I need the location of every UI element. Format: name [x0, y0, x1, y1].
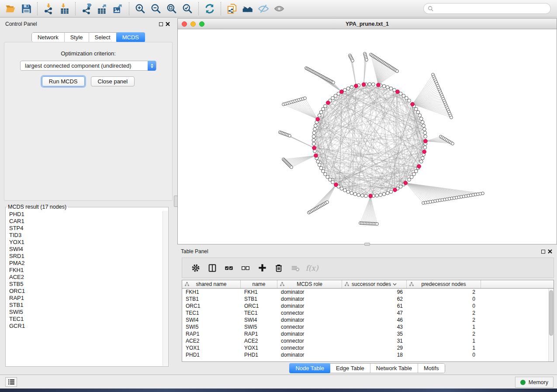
run-mcds-button[interactable]: Run MCDS [42, 76, 85, 86]
open-file-button[interactable] [3, 2, 18, 16]
close-panel-button[interactable]: Close panel [91, 76, 135, 86]
status-bar: Memory [0, 375, 557, 389]
criterion-select[interactable]: largest connected component (undirected) [20, 61, 156, 71]
table-cell: connector [277, 309, 342, 316]
toolbar-separator [37, 2, 38, 15]
table-cell: 1 [407, 337, 481, 344]
table-row[interactable]: PHD1PHD1dominator180 [182, 351, 554, 358]
refresh-button[interactable] [202, 2, 218, 16]
search-field[interactable] [423, 3, 551, 14]
zoom-selected-button[interactable] [180, 2, 195, 16]
column-header-successor-nodes[interactable]: successor nodes [342, 280, 407, 288]
save-session-button[interactable] [18, 2, 34, 16]
add-icon[interactable] [255, 261, 270, 275]
table-row[interactable]: SWI5SWI5connector431 [182, 323, 554, 330]
table-cell: TEC1 [241, 309, 277, 316]
table-row[interactable]: SWI4SWI4dominator462 [182, 316, 554, 323]
tab-edge-table[interactable]: Edge Table [330, 364, 370, 373]
control-panel-title: Control Panel [5, 21, 37, 27]
close-window-icon[interactable] [547, 248, 554, 255]
export-network-button[interactable] [79, 2, 94, 16]
task-history-button[interactable] [5, 377, 17, 387]
tab-mcds[interactable]: MCDS [116, 32, 145, 42]
zoom-out-button[interactable] [148, 2, 164, 16]
table-cell: SWI4 [182, 316, 241, 323]
tab-node-table[interactable]: Node Table [289, 363, 331, 373]
table-scrollbar[interactable] [548, 289, 554, 361]
mcds-result-item[interactable]: ACE2 [6, 274, 163, 281]
mcds-result-item[interactable]: GCR1 [6, 323, 163, 330]
mcds-tab-content: Optimization criterion: largest connecte… [4, 42, 173, 201]
settings-gear-icon[interactable] [188, 261, 203, 275]
select-all-icon[interactable] [221, 261, 236, 275]
first-neighbors-button[interactable] [240, 2, 256, 16]
mcds-result-item[interactable]: PMA2 [6, 260, 163, 267]
table-row[interactable]: TEC1TEC1connector472 [182, 309, 554, 316]
result-list-scrollbar[interactable] [163, 211, 168, 366]
mcds-result-item[interactable]: YOX1 [6, 239, 163, 246]
float-window-icon[interactable] [157, 21, 164, 28]
table-cell: 2 [407, 330, 481, 337]
hierarchy-icon [409, 282, 414, 287]
scrollbar-thumb[interactable] [549, 290, 553, 336]
delete-table-icon[interactable] [288, 261, 303, 275]
memory-status-icon [520, 380, 526, 385]
column-header-mcds-role[interactable]: MCDS role [277, 280, 342, 288]
export-image-button[interactable] [110, 2, 126, 16]
import-network-button[interactable] [41, 2, 56, 16]
mcds-result-item[interactable]: STB5 [6, 281, 163, 288]
table-cell: 0 [407, 303, 481, 309]
table-row[interactable]: RAP1RAP1dominator352 [182, 330, 554, 337]
table-row[interactable]: YOX1YOX1connector291 [182, 344, 554, 351]
control-panel-header: Control Panel [2, 19, 175, 29]
table-row[interactable]: ORC1ORC1dominator610 [182, 303, 554, 309]
search-input[interactable] [436, 6, 547, 12]
network-graph[interactable] [178, 29, 557, 244]
deselect-all-icon[interactable] [238, 261, 253, 275]
mcds-result-item[interactable]: STP4 [6, 225, 163, 232]
tab-network[interactable]: Network [32, 33, 65, 42]
tab-network-table[interactable]: Network Table [370, 364, 418, 373]
hide-selected-button[interactable] [256, 2, 271, 16]
table-row[interactable]: STB1STB1dominator620 [182, 296, 554, 303]
mcds-result-item[interactable]: FKH1 [6, 267, 163, 274]
tab-style[interactable]: Style [65, 33, 89, 42]
hierarchy-icon [280, 282, 285, 287]
mcds-result-item[interactable]: TID3 [6, 232, 163, 239]
table-cell: 61 [342, 303, 407, 309]
memory-button[interactable]: Memory [515, 377, 554, 388]
column-header-shared-name[interactable]: shared name [182, 280, 241, 288]
table-cell: 35 [342, 330, 407, 337]
mcds-result-item[interactable]: SWI5 [6, 309, 163, 316]
horizontal-splitter-handle[interactable] [364, 243, 370, 246]
function-builder-icon[interactable]: f(x) [304, 261, 319, 275]
show-all-button[interactable] [271, 2, 287, 16]
close-window-icon[interactable] [164, 21, 171, 28]
network-window-titlebar[interactable]: YPA_prune.txt_1 [178, 19, 557, 29]
mcds-result-item[interactable]: SRD1 [6, 253, 163, 260]
node-table-body: FKH1FKH1dominator962STB1STB1dominator620… [182, 289, 554, 358]
column-header-predecessor-nodes[interactable]: predecessor nodes [407, 280, 481, 288]
mcds-result-item[interactable]: TEC1 [6, 316, 163, 323]
network-window-title: YPA_prune.txt_1 [178, 21, 557, 27]
show-columns-icon[interactable] [205, 261, 220, 275]
delete-icon[interactable] [271, 261, 286, 275]
zoom-fit-button[interactable] [164, 2, 180, 16]
export-table-button[interactable] [94, 2, 110, 16]
tab-motifs[interactable]: Motifs [418, 364, 445, 373]
table-row[interactable]: ACE2ACE2connector311 [182, 337, 554, 344]
mcds-result-item[interactable]: PHD1 [6, 211, 163, 218]
table-row[interactable]: FKH1FKH1dominator962 [182, 289, 554, 296]
mcds-result-item[interactable]: STB1 [6, 302, 163, 309]
network-view-window: YPA_prune.txt_1 [177, 18, 557, 244]
mcds-result-item[interactable]: SWI4 [6, 246, 163, 253]
mcds-result-item[interactable]: RAP1 [6, 295, 163, 302]
float-window-icon[interactable] [540, 248, 547, 255]
zoom-in-button[interactable] [132, 2, 148, 16]
column-header-name[interactable]: name [241, 280, 277, 288]
tab-select[interactable]: Select [89, 33, 117, 42]
duplicate-network-button[interactable] [224, 2, 240, 16]
import-table-button[interactable] [56, 2, 72, 16]
mcds-result-item[interactable]: ORC1 [6, 288, 163, 295]
mcds-result-item[interactable]: CAR1 [6, 218, 163, 225]
